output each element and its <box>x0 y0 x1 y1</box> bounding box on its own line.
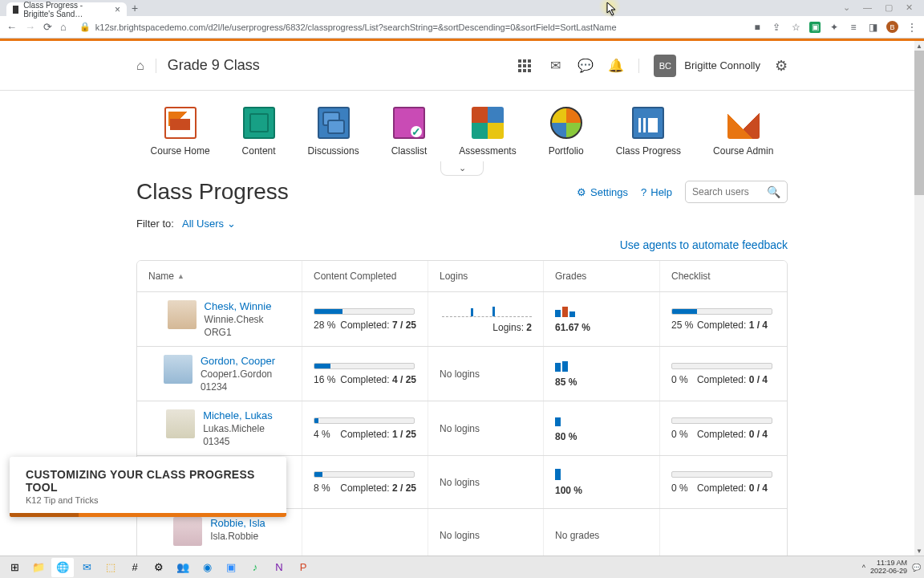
slack-icon[interactable]: # <box>124 558 146 577</box>
checklist-cell[interactable]: 0 %Completed: 0 / 4 <box>660 347 779 401</box>
chrome-icon[interactable]: 🌐 <box>51 558 74 577</box>
content-cell[interactable]: 16 %Completed: 4 / 25 <box>302 347 428 401</box>
grades-cell[interactable]: 100 % <box>544 456 660 508</box>
powerpoint-icon[interactable]: P <box>292 558 314 577</box>
maximize-icon[interactable]: ▢ <box>885 2 893 13</box>
search-icon[interactable]: 🔍 <box>767 185 780 198</box>
home-icon[interactable]: ⌂ <box>60 21 67 33</box>
reload-icon[interactable]: ⟳ <box>43 21 52 33</box>
filter-dropdown[interactable]: All Users ⌄ <box>182 218 236 230</box>
nav-item-course-admin[interactable]: Course Admin <box>713 107 773 157</box>
student-avatar[interactable] <box>168 300 197 329</box>
bell-icon[interactable]: 🔔 <box>608 58 624 74</box>
popup-subtitle: K12 Tip and Tricks <box>26 495 270 505</box>
file-explorer-icon[interactable]: 📁 <box>27 558 50 577</box>
tab-close-icon[interactable]: × <box>115 4 120 15</box>
logins-cell[interactable]: No logins <box>428 456 544 508</box>
url-field[interactable]: 🔒 k12sr.brightspacedemo.com/d2l/le/userp… <box>73 22 745 32</box>
nav-item-discussions[interactable]: Discussions <box>308 107 359 157</box>
start-button[interactable]: ⊞ <box>3 558 26 577</box>
search-input[interactable] <box>692 186 767 197</box>
nav-item-assessments[interactable]: Assessments <box>459 107 516 157</box>
scroll-down-icon[interactable]: ▼ <box>914 546 924 556</box>
nav-label: Content <box>242 145 276 157</box>
col-checklist[interactable]: Checklist <box>660 261 779 291</box>
side-panel-icon[interactable]: ◨ <box>867 22 878 33</box>
student-username: Lukas.Michele <box>203 423 273 434</box>
col-logins[interactable]: Logins <box>428 261 544 291</box>
edge-icon[interactable]: ◉ <box>196 558 218 577</box>
gear-icon[interactable]: ⚙ <box>775 57 788 75</box>
menu-icon[interactable]: ⋮ <box>906 22 918 33</box>
outlook-icon[interactable]: ✉ <box>75 558 98 577</box>
logins-cell[interactable]: No logins <box>428 509 544 556</box>
teams-icon[interactable]: 👥 <box>172 558 194 577</box>
col-name[interactable]: Name▲ <box>137 261 302 291</box>
student-avatar[interactable] <box>166 409 195 438</box>
checklist-cell[interactable]: 0 %Completed: 0 / 4 <box>660 456 779 508</box>
reading-list-icon[interactable]: ≡ <box>848 22 859 33</box>
nav-item-content[interactable]: Content <box>242 107 276 157</box>
mail-icon[interactable]: ✉ <box>547 58 563 74</box>
scroll-up-icon[interactable]: ▲ <box>914 41 924 51</box>
back-icon[interactable]: ← <box>6 21 17 33</box>
grades-cell[interactable]: 61.67 % <box>544 292 660 346</box>
tip-popup[interactable]: CUSTOMIZING YOUR CLASS PROGRESS TOOL K12… <box>10 457 286 517</box>
apps-icon[interactable] <box>517 58 533 74</box>
grades-cell[interactable]: 80 % <box>544 401 660 455</box>
nav-item-course-home[interactable]: Course Home <box>151 107 210 157</box>
search-users[interactable]: 🔍 <box>685 181 788 203</box>
agents-link[interactable]: Use agents to automate feedback <box>620 238 788 251</box>
app-1-icon[interactable]: ⬚ <box>99 558 122 577</box>
nav-expand-icon[interactable]: ⌄ <box>440 161 484 176</box>
logins-cell[interactable]: Logins: 2 <box>428 292 544 346</box>
student-name-link[interactable]: Gordon, Cooper <box>201 355 275 367</box>
nav-item-class-progress[interactable]: Class Progress <box>616 107 681 157</box>
student-name-link[interactable]: Chesk, Winnie <box>205 300 272 312</box>
student-name-link[interactable]: Michele, Lukas <box>203 409 273 421</box>
minimize-icon[interactable]: — <box>863 2 872 13</box>
tray-chevron-icon[interactable]: ^ <box>862 564 865 572</box>
checklist-cell[interactable]: 25 %Completed: 1 / 4 <box>660 292 779 346</box>
clock[interactable]: 11:19 AM 2022-06-29 <box>870 560 907 576</box>
onenote-icon[interactable]: N <box>268 558 290 577</box>
settings-icon[interactable]: ⚙ <box>148 558 170 577</box>
video-icon[interactable]: ■ <box>752 22 763 33</box>
course-title[interactable]: Grade 9 Class <box>168 57 260 74</box>
student-avatar[interactable] <box>173 517 202 546</box>
user-menu[interactable]: BC Brigitte Connolly <box>654 55 760 77</box>
content-cell[interactable]: 28 %Completed: 7 / 25 <box>302 292 428 346</box>
settings-link[interactable]: ⚙ Settings <box>577 186 628 198</box>
notifications-icon[interactable]: 💬 <box>912 564 921 572</box>
content-cell[interactable]: 8 %Completed: 2 / 25 <box>302 456 428 508</box>
chat-icon[interactable]: 💬 <box>578 58 594 74</box>
new-tab-button[interactable]: + <box>127 2 143 14</box>
student-avatar[interactable] <box>164 355 192 384</box>
grades-cell[interactable]: No grades <box>544 509 660 556</box>
col-content[interactable]: Content Completed <box>302 261 428 291</box>
org-home-icon[interactable]: ⌂ <box>136 59 144 73</box>
spotify-icon[interactable]: ♪ <box>244 558 266 577</box>
logins-cell[interactable]: No logins <box>428 401 544 455</box>
chevron-down-icon[interactable]: ⌄ <box>843 2 850 13</box>
checklist-cell[interactable]: 0 %Completed: 0 / 4 <box>660 401 779 455</box>
grades-cell[interactable]: 85 % <box>544 347 660 401</box>
browser-tab[interactable]: Class Progress - Brigitte's Sand… × <box>6 2 127 16</box>
star-icon[interactable]: ☆ <box>790 22 801 33</box>
help-link[interactable]: ? Help <box>641 186 672 198</box>
col-grades[interactable]: Grades <box>544 261 660 291</box>
forward-icon[interactable]: → <box>25 21 35 33</box>
student-name-link[interactable]: Robbie, Isla <box>210 517 265 529</box>
logins-cell[interactable]: No logins <box>428 347 544 401</box>
share-icon[interactable]: ⇪ <box>771 22 782 33</box>
i-assess-icon <box>472 107 504 139</box>
extension-1-icon[interactable]: ▣ <box>809 22 821 33</box>
close-window-icon[interactable]: ✕ <box>906 2 913 13</box>
content-cell[interactable]: 4 %Completed: 1 / 25 <box>302 401 428 455</box>
extensions-icon[interactable]: ✦ <box>829 22 840 33</box>
nav-item-portfolio[interactable]: Portfolio <box>549 107 584 157</box>
nav-item-classlist[interactable]: Classlist <box>391 107 428 157</box>
profile-icon[interactable]: B <box>886 21 898 33</box>
zoom-icon[interactable]: ▣ <box>220 558 242 577</box>
i-portfolio-icon <box>550 107 582 139</box>
